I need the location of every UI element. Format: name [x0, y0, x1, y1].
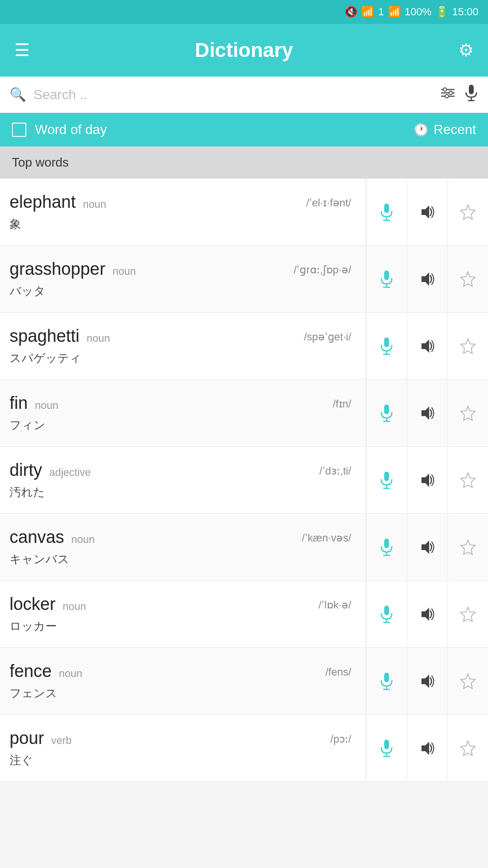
- word-phonetic-1: /ˈɡrɑːˌʃɒp·ə/: [294, 264, 356, 276]
- svg-rect-6: [469, 85, 474, 94]
- svg-rect-49: [384, 740, 389, 749]
- word-name-1: grasshopper: [10, 259, 105, 279]
- word-main-4: dirty adjective /ˈdɜːˌti/ 汚れた: [0, 447, 366, 513]
- recent-icon: 🕐: [413, 123, 429, 137]
- speaker-button-4[interactable]: [407, 447, 447, 513]
- header: ☰ Dictionary ⚙: [0, 24, 488, 77]
- microphone-button-2[interactable]: [366, 313, 407, 379]
- menu-button[interactable]: ☰: [14, 40, 30, 60]
- favorite-button-2[interactable]: [447, 313, 488, 379]
- word-phonetic-2: /spəˈɡet·i/: [304, 331, 356, 343]
- word-translation-0: 象: [10, 216, 356, 232]
- word-name-7: fence: [10, 661, 52, 681]
- favorite-button-8[interactable]: [447, 715, 488, 781]
- microphone-button-7[interactable]: [366, 648, 407, 714]
- microphone-button-0[interactable]: [366, 179, 407, 245]
- word-translation-4: 汚れた: [10, 485, 356, 500]
- speaker-button-6[interactable]: [407, 581, 447, 647]
- microphone-button-1[interactable]: [366, 246, 407, 312]
- microphone-button-3[interactable]: [366, 380, 407, 446]
- svg-rect-39: [384, 606, 389, 615]
- word-name-6: locker: [10, 594, 55, 614]
- microphone-button-5[interactable]: [366, 514, 407, 580]
- word-translation-8: 注ぐ: [10, 753, 356, 768]
- svg-point-3: [444, 88, 447, 91]
- speaker-button-3[interactable]: [407, 380, 447, 446]
- section-header: Top words: [0, 147, 488, 179]
- speaker-button-0[interactable]: [407, 179, 447, 245]
- microphone-button-6[interactable]: [366, 581, 407, 647]
- time-label: 15:00: [452, 6, 478, 18]
- favorite-button-4[interactable]: [447, 447, 488, 513]
- word-name-3: fin: [10, 393, 28, 413]
- favorite-button-6[interactable]: [447, 581, 488, 647]
- word-item[interactable]: spaghetti noun /spəˈɡet·i/ スパゲッティ: [0, 313, 488, 380]
- settings-button[interactable]: ⚙: [458, 40, 474, 60]
- favorite-button-7[interactable]: [447, 648, 488, 714]
- filter-icon[interactable]: [440, 86, 455, 103]
- word-type-5: noun: [71, 533, 95, 546]
- speaker-button-1[interactable]: [407, 246, 447, 312]
- word-main-1: grasshopper noun /ˈɡrɑːˌʃɒp·ə/ バッタ: [0, 246, 366, 312]
- word-main-5: canvas noun /ˈkæn·vəs/ キャンバス: [0, 514, 366, 580]
- microphone-button-8[interactable]: [366, 715, 407, 781]
- word-phonetic-4: /ˈdɜːˌti/: [320, 465, 356, 477]
- word-actions-8: [366, 715, 488, 781]
- word-main-2: spaghetti noun /spəˈɡet·i/ スパゲッティ: [0, 313, 366, 379]
- word-actions-1: [366, 246, 488, 312]
- favorite-button-5[interactable]: [447, 514, 488, 580]
- svg-marker-17: [421, 272, 429, 286]
- word-name-8: pour: [10, 728, 44, 748]
- word-of-day-checkbox[interactable]: [12, 123, 26, 137]
- word-item[interactable]: locker noun /ˈlɒk·ə/ ロッカー: [0, 581, 488, 648]
- word-type-1: noun: [112, 265, 136, 278]
- word-actions-0: [366, 179, 488, 245]
- svg-rect-14: [384, 271, 389, 280]
- word-name-2: spaghetti: [10, 326, 79, 346]
- word-main-3: fin noun /fɪn/ フィン: [0, 380, 366, 446]
- word-type-0: noun: [83, 198, 106, 211]
- speaker-button-2[interactable]: [407, 313, 447, 379]
- favorite-button-0[interactable]: [447, 179, 488, 245]
- word-phonetic-3: /fɪn/: [333, 398, 356, 410]
- svg-marker-27: [421, 406, 429, 420]
- svg-rect-19: [384, 338, 389, 347]
- word-item[interactable]: dirty adjective /ˈdɜːˌti/ 汚れた: [0, 447, 488, 514]
- word-name-5: canvas: [10, 527, 64, 547]
- svg-marker-23: [461, 339, 475, 353]
- battery-icon: 🔋: [435, 6, 448, 18]
- speaker-button-8[interactable]: [407, 715, 447, 781]
- word-of-day-bar: Word of day 🕐 Recent: [0, 113, 488, 147]
- svg-marker-33: [461, 473, 475, 487]
- recent-button[interactable]: 🕐 Recent: [413, 122, 476, 137]
- word-item[interactable]: elephant noun /ˈel·ɪ·fənt/ 象: [0, 179, 488, 246]
- word-phonetic-8: /pɔː/: [331, 733, 356, 745]
- favorite-button-1[interactable]: [447, 246, 488, 312]
- word-item[interactable]: fence noun /fens/ フェンス: [0, 648, 488, 715]
- status-icons: 🔇 📶 1 📶 100% 🔋 15:00: [344, 6, 478, 18]
- word-item[interactable]: fin noun /fɪn/ フィン: [0, 380, 488, 447]
- word-actions-7: [366, 648, 488, 714]
- svg-marker-18: [461, 272, 475, 286]
- svg-rect-29: [384, 472, 389, 481]
- word-of-day-left: Word of day: [12, 122, 107, 137]
- word-list: elephant noun /ˈel·ɪ·fənt/ 象: [0, 179, 488, 782]
- word-main-7: fence noun /fens/ フェンス: [0, 648, 366, 714]
- word-main-8: pour verb /pɔː/ 注ぐ: [0, 715, 366, 781]
- svg-marker-47: [421, 675, 429, 688]
- word-type-7: noun: [59, 667, 82, 680]
- speaker-button-7[interactable]: [407, 648, 447, 714]
- speaker-button-5[interactable]: [407, 514, 447, 580]
- word-item[interactable]: canvas noun /ˈkæn·vəs/ キャンバス: [0, 514, 488, 581]
- sim-icon: 1: [378, 6, 384, 18]
- svg-marker-43: [461, 607, 475, 621]
- favorite-button-3[interactable]: [447, 380, 488, 446]
- word-item[interactable]: grasshopper noun /ˈɡrɑːˌʃɒp·ə/ バッタ: [0, 246, 488, 313]
- voice-search-icon[interactable]: [464, 84, 478, 105]
- svg-marker-32: [421, 473, 429, 487]
- search-input[interactable]: [33, 87, 433, 102]
- microphone-button-4[interactable]: [366, 447, 407, 513]
- word-type-6: noun: [63, 600, 86, 613]
- word-item[interactable]: pour verb /pɔː/ 注ぐ: [0, 715, 488, 782]
- word-actions-6: [366, 581, 488, 647]
